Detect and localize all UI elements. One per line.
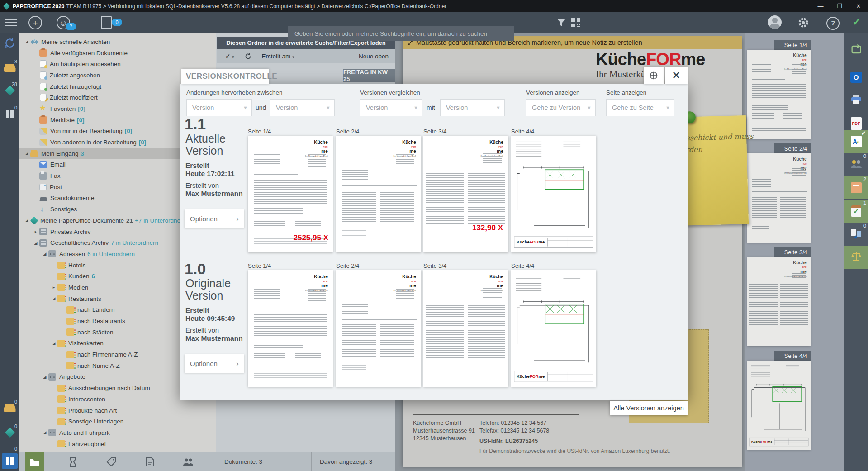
sidebar-item-produkte-nach-art[interactable]: Produkte nach Art [19,405,216,416]
diamond-icon[interactable]: 28 [0,81,19,96]
people-icon[interactable]: 0 [844,153,868,176]
translate-icon[interactable]: Aa✓ [844,130,868,153]
show-all-versions-button[interactable]: Alle Versionen anzeigen [610,401,688,415]
document-page-thumbnail[interactable]: KücheFORmeIhr Musterküchen Profi [423,270,508,387]
sync-icon[interactable] [0,37,19,51]
diamond-icon[interactable]: 0 [0,423,19,438]
document-page-thumbnail[interactable]: KücheFORmeIhr Musterküchen Profi [747,153,811,243]
close-button[interactable]: ✕ [849,0,868,12]
paperoffice-app: { "window": { "app_name": "PAPEROFFICE 2… [0,0,868,471]
fake-text-lines [752,226,769,230]
collapse-icon[interactable]: ◢ [50,341,57,346]
menu-icon[interactable] [5,16,17,20]
version-dropdown[interactable]: Version▼ [270,99,335,116]
win-grid-icon[interactable]: 0 [0,105,19,119]
sidebar-item-label: Privates Archiv [50,228,90,235]
version-name: Aktuelle Version [185,133,253,157]
options-button[interactable]: Optionen› [185,354,244,373]
fake-text-lines [780,284,808,325]
collapse-icon[interactable]: ◢ [23,39,30,44]
select-all-check-icon[interactable]: ✓ ▾ [225,52,234,60]
windows-tile-icon[interactable]: 0 [0,446,19,470]
sidebar-item-alle-verf-gbaren-dokumente[interactable]: Alle verfügbaren Dokumente [19,48,216,59]
document-icon[interactable] [140,452,159,471]
sidebar-item-sonstige-unterlagen[interactable]: Sonstige Unterlagen [19,416,216,427]
document-page-thumbnail[interactable]: KücheFORmeIhr Musterküchen Profi [747,50,811,139]
expand-icon[interactable]: ▸ [32,229,39,234]
qr-scan-icon[interactable] [571,18,581,29]
fake-text-lines [468,171,505,224]
refresh-icon[interactable] [244,52,252,60]
document-page-thumbnail[interactable]: KücheFORmeIhr Musterküchen Profi2525,95 … [248,136,333,252]
change-annotation: 2525,95 X [293,233,328,243]
inbox-icon[interactable]: 3 [0,59,19,74]
windows-tile-icon[interactable] [2,453,18,469]
copy-pages-icon[interactable]: 0 [844,223,868,246]
sidebar-item-label: Geschäftliches Archiv [50,239,109,246]
user-avatar[interactable] [768,15,782,29]
collapse-icon[interactable]: ◢ [41,252,48,256]
collapse-icon[interactable]: ◢ [41,375,48,379]
help-assistant-icon[interactable]: ☺ ? [57,16,70,29]
thumbnail-page-label: Seite 3/4 [774,247,811,257]
help-icon[interactable]: ? [826,17,840,30]
hourglass-icon[interactable] [63,452,82,471]
options-button[interactable]: Optionen› [185,209,244,228]
add-document-button[interactable]: + [28,16,42,29]
inbox-icon[interactable]: 0 [0,399,19,414]
document-page-thumbnail[interactable]: KücheFORme [511,136,596,252]
document-page-thumbnail[interactable]: KücheFORmeIhr Musterküchen Profi [336,270,421,387]
document-page-thumbnail[interactable]: KücheFORmeIhr Musterküchen Profi [248,270,333,387]
page-label: Seite 4/4 [511,128,534,135]
dialog-move-button[interactable] [644,67,664,84]
version-dropdown[interactable]: Version▼ [360,99,422,116]
document-page-thumbnail[interactable]: KücheFORme [511,270,596,387]
tag-icon[interactable] [102,452,121,471]
folder-icon-active[interactable] [25,452,44,471]
paperoffice-logo-icon [3,3,10,10]
sidebar-item-label: Meine PaperOffice-Dokumente [40,217,124,224]
sort-field-dropdown[interactable]: Erstellt am ▾ [262,53,294,60]
svg-text:KücheFORme: KücheFORme [517,374,545,379]
document-page-thumbnail[interactable]: KücheFORmeIhr Musterküchen Profi132,90 X [423,136,508,252]
search-input[interactable] [288,26,514,41]
document-page-thumbnail[interactable]: KücheFORme [747,361,811,450]
people-icon[interactable] [179,452,198,471]
sync-green-icon[interactable] [844,38,868,62]
outlook-icon[interactable]: O [844,66,868,89]
version-dropdown[interactable]: Gehe zu Seite▼ [606,99,674,116]
sidebar-item-label: Angebote [59,373,85,380]
collapse-icon[interactable]: ◢ [23,151,30,156]
item-count: [0] [78,105,85,112]
sort-order-label[interactable]: Neue oben [359,53,389,60]
confirm-check-icon[interactable]: ✓ [852,15,861,28]
scale-icon[interactable] [844,246,868,269]
version-dropdown[interactable]: Version▼ [440,99,505,116]
folder-icon [57,407,65,414]
filter-icon[interactable] [556,18,566,29]
sidebar-item-fahrzeugbrief[interactable]: Fahrzeugbrief [19,438,216,450]
sidebar-item-auto-und-fuhrpark[interactable]: ◢Auto und Fuhrpark [19,427,216,438]
sidebar-item-meine-schnelle-ansichten[interactable]: ◢Meine schnelle Ansichten [19,36,216,48]
collapse-icon[interactable]: ◢ [50,296,57,301]
sidebar-item-am-h-ufigsten-angesehen[interactable]: Am häufigsten angesehen [19,58,216,70]
document-page-thumbnail[interactable]: KücheFORmeIhr Musterküchen Profi [747,257,811,346]
sticky-note-icon[interactable]: 2 [844,176,868,199]
conjunction-label: und [256,104,266,111]
version-dropdown[interactable]: Gehe zu Version▼ [526,99,596,116]
fake-text-lines [752,195,777,219]
collapse-icon[interactable]: ◢ [23,218,30,223]
clipboard-icon[interactable]: 0 [101,16,112,29]
version-dropdown[interactable]: Version▼ [186,99,252,116]
collapse-icon[interactable]: ◢ [32,241,39,245]
document-page-thumbnail[interactable]: KücheFORmeIhr Musterküchen Profi [336,136,421,252]
expand-icon[interactable]: ▸ [50,285,57,290]
collapse-icon[interactable]: ◢ [41,430,48,435]
settings-gear-icon[interactable] [797,17,809,30]
printer-icon[interactable] [844,89,868,112]
clipboard-check-icon[interactable]: ✓1 [844,200,868,223]
footer-vat: USt-IdNr. LU26375245 [479,438,538,445]
minimize-button[interactable]: — [811,0,830,12]
dialog-close-button[interactable]: ✕ [665,67,688,84]
maximize-button[interactable]: ❐ [830,0,849,12]
